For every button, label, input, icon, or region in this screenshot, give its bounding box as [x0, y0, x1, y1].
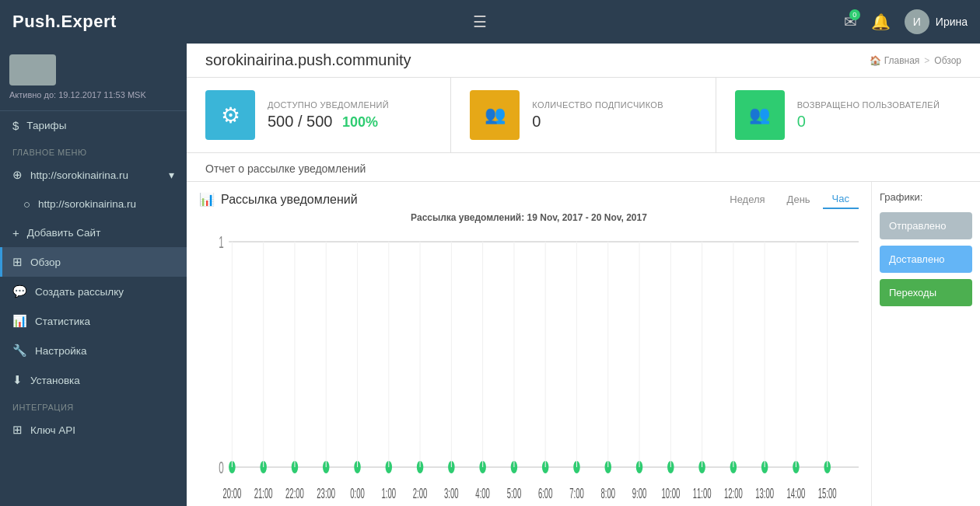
site-header-bar: sorokinairina.push.community 🏠 Главная >…: [187, 44, 980, 78]
chart-area: 1 0 20:00 21:00 22:00 23:00 0:00 1:00: [199, 226, 859, 506]
notifications-label: ДОСТУПНО УВЕДОМЛЕНИЙ: [268, 100, 389, 110]
breadcrumb: 🏠 Главная > Обзор: [870, 55, 961, 66]
svg-text:21:00: 21:00: [254, 486, 273, 501]
sidebar-item-tariffs[interactable]: $ Тарифы: [0, 111, 187, 140]
chart-svg: 1 0 20:00 21:00 22:00 23:00 0:00 1:00: [199, 226, 859, 506]
stat-card-notifications: ⚙ ДОСТУПНО УВЕДОМЛЕНИЙ 500 / 500 100%: [187, 78, 451, 152]
svg-text:8:00: 8:00: [600, 486, 615, 501]
notifications-icon-box: ⚙: [205, 90, 255, 140]
apikey-icon: ⊞: [12, 423, 23, 437]
sidebar-item-label: Настройка: [35, 345, 86, 357]
logo-area: Push.Expert: [12, 12, 117, 32]
svg-text:20:00: 20:00: [222, 486, 241, 501]
logo-text: Push.Expert: [12, 12, 117, 32]
svg-text:0:00: 0:00: [350, 486, 365, 501]
legend-delivered[interactable]: Доставлено: [880, 246, 972, 273]
mail-badge: 0: [849, 9, 860, 20]
user-name: Ирина: [936, 16, 968, 28]
sidebar-item-label: http://sorokinairina.ru: [38, 198, 136, 210]
svg-text:7:00: 7:00: [569, 486, 584, 501]
subscribers-value: 0: [532, 113, 541, 130]
chart-container: 📊 Рассылка уведомлений Неделя День Час Р…: [187, 182, 980, 506]
stat-card-returned: 👥 ВОЗВРАЩЕНО ПОЛЬЗОВАТЕЛЕЙ 0: [716, 78, 980, 152]
sidebar-item-create[interactable]: 💬 Создать рассылку: [0, 277, 187, 306]
chart-subtitle: Рассылка уведомлений: 19 Nov, 2017 - 20 …: [199, 212, 859, 223]
svg-text:12:00: 12:00: [724, 486, 743, 501]
svg-text:14:00: 14:00: [787, 486, 806, 501]
site1-left: ⊕ http://sorokinairina.ru: [12, 168, 128, 182]
chart-bar-icon: 📊: [199, 192, 215, 207]
breadcrumb-current: Обзор: [934, 55, 961, 66]
tariffs-icon: $: [12, 119, 19, 132]
report-section: Отчет о рассылке уведомлений 📊 Рассылка …: [187, 153, 980, 506]
content-area: sorokinairina.push.community 🏠 Главная >…: [187, 44, 980, 506]
site2-icon: ○: [23, 197, 30, 211]
stats-icon: 📊: [12, 314, 27, 328]
sidebar-item-add-site[interactable]: + Добавить Сайт: [0, 218, 187, 247]
add-site-icon: +: [12, 226, 19, 239]
sidebar-item-label: http://sorokinairina.ru: [30, 169, 128, 181]
sidebar: Активно до: 19.12.2017 11:53 MSK $ Тариф…: [0, 44, 187, 506]
user-area[interactable]: И Ирина: [905, 9, 968, 34]
svg-text:2:00: 2:00: [413, 486, 428, 501]
hamburger-icon[interactable]: ☰: [465, 8, 495, 36]
legend-clicks[interactable]: Переходы: [880, 279, 972, 306]
sidebar-item-label: Обзор: [30, 256, 61, 268]
sidebar-item-label: Тарифы: [26, 120, 66, 131]
create-icon: 💬: [12, 284, 27, 298]
chart-legend: Графики: Отправлено Доставлено Переходы: [871, 182, 980, 506]
sidebar-item-stats[interactable]: 📊 Статистика: [0, 306, 187, 336]
sidebar-item-label: Ключ API: [30, 424, 75, 436]
sidebar-section-integration: Интеграция: [0, 395, 187, 415]
svg-text:23:00: 23:00: [317, 486, 335, 501]
install-icon: ⬇: [12, 373, 23, 387]
overview-icon: ⊞: [12, 255, 23, 269]
home-icon: 🏠: [870, 55, 881, 66]
sidebar-item-site1[interactable]: ⊕ http://sorokinairina.ru ▾: [0, 160, 187, 190]
period-day-button[interactable]: День: [778, 190, 820, 208]
mail-icon[interactable]: ✉ 0: [844, 12, 857, 31]
avatar: И: [905, 9, 929, 34]
returned-icon-box: 👥: [735, 90, 785, 140]
sidebar-user-block: Активно до: 19.12.2017 11:53 MSK: [0, 44, 187, 111]
chart-period-buttons: Неделя День Час: [720, 190, 859, 209]
site-title: sorokinairina.push.community: [205, 51, 411, 69]
user-image: [9, 54, 56, 85]
chart-title: 📊 Рассылка уведомлений: [199, 192, 358, 207]
svg-text:3:00: 3:00: [444, 486, 459, 501]
chart-title-label: Рассылка уведомлений: [221, 193, 358, 207]
period-hour-button[interactable]: Час: [823, 190, 859, 209]
notifications-value: 500 / 500: [268, 113, 332, 130]
sidebar-item-label: Установка: [30, 375, 80, 386]
report-title: Отчет о рассылке уведомлений: [205, 162, 366, 181]
sidebar-item-label: Добавить Сайт: [27, 227, 101, 239]
breadcrumb-home-label[interactable]: Главная: [884, 55, 920, 66]
legend-title: Графики:: [880, 191, 972, 203]
svg-text:1: 1: [219, 232, 223, 252]
sidebar-item-apikey[interactable]: ⊞ Ключ API: [0, 415, 187, 445]
period-week-button[interactable]: Неделя: [720, 190, 774, 208]
returned-value: 0: [797, 113, 806, 130]
svg-text:6:00: 6:00: [538, 486, 553, 501]
sidebar-item-label: Статистика: [35, 316, 90, 327]
stat-card-subscribers: 👥 КОЛИЧЕСТВО ПОДПИСЧИКОВ 0: [451, 78, 716, 152]
settings-icon: 🔧: [12, 344, 27, 358]
sidebar-item-install[interactable]: ⬇ Установка: [0, 365, 187, 395]
sidebar-item-site2[interactable]: ○ http://sorokinairina.ru: [0, 190, 187, 218]
svg-text:5:00: 5:00: [507, 486, 522, 501]
returned-label: ВОЗВРАЩЕНО ПОЛЬЗОВАТЕЛЕЙ: [797, 100, 940, 110]
report-header: Отчет о рассылке уведомлений: [187, 153, 980, 182]
legend-sent[interactable]: Отправлено: [880, 212, 972, 239]
svg-text:22:00: 22:00: [285, 486, 304, 501]
sidebar-item-overview[interactable]: ⊞ Обзор: [0, 247, 187, 277]
sidebar-section-main: Главное Меню: [0, 140, 187, 160]
notifications-percent: 100%: [342, 114, 378, 130]
bell-icon[interactable]: 🔔: [871, 12, 891, 31]
header-right: ✉ 0 🔔 И Ирина: [844, 9, 968, 34]
main-layout: Активно до: 19.12.2017 11:53 MSK $ Тариф…: [0, 44, 980, 506]
sidebar-item-settings[interactable]: 🔧 Настройка: [0, 336, 187, 365]
sidebar-item-label: Создать рассылку: [35, 286, 124, 298]
svg-text:4:00: 4:00: [475, 486, 490, 501]
svg-text:11:00: 11:00: [693, 486, 712, 501]
svg-text:10:00: 10:00: [661, 486, 680, 501]
